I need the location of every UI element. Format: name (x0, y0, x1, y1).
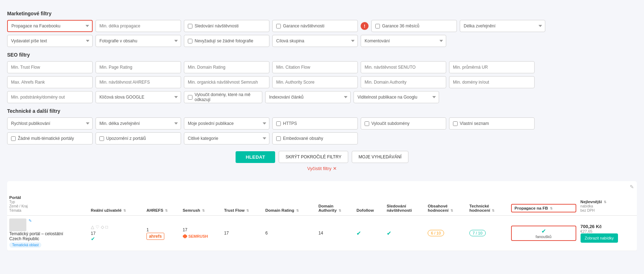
th-domain-rating[interactable]: Domain Rating ⇅ (263, 193, 316, 216)
min-domain-authority-input[interactable] (361, 76, 446, 88)
min-domeny-in-out-input[interactable] (449, 76, 535, 88)
price-sub: €27,65 (581, 229, 635, 233)
upozorneni-z-portalu-filter: Upozornění z portálů (96, 132, 181, 144)
propagace-check-icon: ✔ (541, 228, 546, 234)
vlastni-seznam-checkbox[interactable] (453, 121, 458, 126)
propagace-facebook-select[interactable]: Propagace na Facebooku (7, 20, 93, 32)
cilova-skupina-select[interactable]: Cílová skupina (272, 35, 358, 47)
sort-arrows-technicke: ⇅ (492, 209, 495, 212)
th-ahrefs[interactable]: AHREFS ⇅ (144, 193, 181, 216)
https-checkbox[interactable] (276, 121, 281, 126)
sort-arrows-price: ⇅ (604, 200, 607, 204)
max-ahrefs-rank-input[interactable] (7, 76, 93, 88)
technical-filter-row-2: Žádné multi-tématické portály Upozornění… (7, 132, 637, 144)
viditelnost-publikace-select[interactable]: Viditelnost publikace na Googlu (354, 91, 439, 103)
portal-edit-icon[interactable]: ✎ (29, 218, 32, 223)
portal-type: Tematický portál – celostátní (9, 231, 87, 236)
th-domain-authority[interactable]: DomainAuthority ⇅ (316, 193, 354, 216)
sledovani-navstevnosti-label: Sledování návštěvnosti (195, 23, 238, 28)
sort-arrows-domain-rating: ⇅ (296, 209, 299, 212)
price-cell: 700,26 Kč €27,65 Zobrazit nabídky (578, 216, 637, 251)
semrush-icon (182, 234, 187, 239)
upozorneni-z-portalu-checkbox[interactable] (99, 136, 104, 141)
technicke-badge: 7 / 10 (469, 230, 486, 236)
indexovani-clanku-select[interactable]: Indexování článků (265, 91, 351, 103)
min-citation-flow-input[interactable] (272, 61, 358, 73)
th-price[interactable]: Nejlevnější ⇅ nabídkabez DPH (578, 193, 637, 216)
th-trust-flow[interactable]: Trust Flow ⇅ (222, 193, 263, 216)
action-heart[interactable]: ♡ (96, 225, 99, 230)
sledovani-navstevnosti-filter: Sledování návštěvnosti (184, 20, 269, 32)
th-obsahove[interactable]: Obsahovéhodnocení ⇅ (426, 193, 467, 216)
dofollow-check-icon: ✔ (356, 230, 361, 236)
clear-filters-x-icon: ✕ (333, 166, 337, 171)
hide-filters-button[interactable]: SKRÝT POKROČILÉ FILTRY (279, 151, 348, 163)
upozorneni-z-portalu-label: Upozornění z portálů (106, 136, 146, 141)
sort-arrows-ahrefs: ⇅ (165, 209, 168, 212)
embedovane-obsahy-checkbox[interactable] (276, 136, 281, 141)
sort-arrows-semrush: ⇅ (202, 209, 205, 212)
sort-arrows-real-users: ⇅ (123, 209, 126, 212)
show-offers-button[interactable]: Zobrazit nabídky (581, 233, 618, 243)
zadne-multi-tematicke-checkbox[interactable] (11, 136, 16, 141)
domain-authority-cell: 14 (316, 216, 354, 251)
table-edit-icon[interactable]: ✎ (630, 184, 634, 190)
th-real-users[interactable]: Reální uživatelé ⇅ (89, 193, 144, 216)
min-domain-rating-input[interactable] (184, 61, 269, 73)
min-podstranky-domeny-out-input[interactable] (7, 91, 93, 103)
action-buttons: HLEDAT SKRÝT POKROČILÉ FILTRY MOJE VYHLE… (7, 151, 637, 163)
semrush-value: 17 (182, 227, 220, 232)
rychlost-publikovani-select[interactable]: Rychlost publikování (7, 117, 93, 130)
sledovani-navstevnosti-checkbox[interactable] (188, 24, 192, 28)
min-organicka-semrush-input[interactable] (184, 76, 269, 88)
nevyzaduji-se-zadne-checkbox[interactable] (188, 39, 192, 43)
dofollow-cell: ✔ (354, 216, 385, 251)
propagace-highlighted-box: ✔ fanoušků (511, 226, 576, 241)
min-prumerna-ur-input[interactable] (449, 61, 535, 73)
action-square[interactable]: □ (105, 225, 108, 230)
technical-filter-row-1: Rychlost publikování Min. délka zveřejně… (7, 117, 637, 130)
obsahove-badge: 6 / 10 (428, 230, 444, 236)
min-navstevnost-senuto-input[interactable] (361, 61, 446, 73)
seo-filter-row-3: Klíčová slova GOOGLE Vyloučit domény, kt… (7, 91, 637, 103)
semrush-cell: 17 SEMRUSH (180, 216, 222, 251)
clear-filters-link[interactable]: Vyčistit filtry ✕ (7, 166, 637, 171)
vyloucit-domeny-checkbox[interactable] (188, 95, 192, 100)
th-technicke[interactable]: Technickéhodnocení ⇅ (467, 193, 509, 216)
action-triangle[interactable]: △ (91, 225, 94, 230)
min-delka-propagace-input[interactable] (96, 20, 181, 32)
search-button[interactable]: HLEDAT (236, 151, 275, 163)
min-delka-zverejneni-select[interactable]: Min. délka zveřejnění (96, 117, 181, 130)
min-authority-score-input[interactable] (272, 76, 358, 88)
vlastni-seznam-filter: Vlastní seznam (449, 117, 535, 130)
my-search-button[interactable]: MOJE VYHLEDÁVÁNÍ (352, 151, 408, 163)
vyloucit-subdomeny-checkbox[interactable] (365, 121, 369, 126)
min-trust-flow-input[interactable] (7, 61, 93, 73)
vyloucit-subdomeny-filter: Vyloučit subdomény (361, 117, 446, 130)
fotografie-v-obsahu-select[interactable]: Fotografie v obsahu (96, 35, 181, 47)
technicke-cell: 7 / 10 (467, 216, 509, 251)
th-portal: Portál TypZemě / KrajTémata (7, 193, 89, 216)
domain-rating-value: 6 (266, 231, 268, 236)
komentovani-select[interactable]: Komentování (361, 35, 446, 47)
min-page-rating-input[interactable] (96, 61, 181, 73)
garance-navstevnosti-checkbox[interactable] (276, 24, 281, 28)
main-page: Marketingové filtry Propagace na Faceboo… (0, 0, 644, 257)
trust-flow-cell: 17 (222, 216, 263, 251)
min-navstevnost-ahrefs-input[interactable] (96, 76, 181, 88)
klicova-slova-google-select[interactable]: Klíčová slova GOOGLE (96, 91, 181, 103)
verified-icon: ✔ (91, 236, 95, 242)
action-diamond[interactable]: ◇ (101, 225, 104, 230)
propagace-cell: ✔ fanoušků (509, 216, 578, 251)
vyloucit-domeny-label: Vyloučit domény, které na mě odkazují (195, 92, 258, 102)
th-dofollow: Dofollow (354, 193, 385, 216)
vydavatel-pise-text-select[interactable]: Vydavatel píše text (7, 35, 93, 47)
citlive-kategorie-select[interactable]: Citlivé kategorie (184, 132, 269, 144)
moje-posledni-publikace-select[interactable]: Moje poslední publikace (184, 117, 269, 130)
delka-zverejneni-select[interactable]: Délka zveřejnění (460, 20, 545, 32)
th-propagace[interactable]: Propagace na FB ⇅ (509, 193, 578, 216)
domain-authority-value: 14 (318, 231, 323, 236)
th-semrush[interactable]: Semrush ⇅ (180, 193, 222, 216)
garance-36-checkbox[interactable] (375, 24, 380, 28)
nevyzaduji-se-zadne-label: Nevyžadují se žádné fotografie (195, 38, 253, 43)
